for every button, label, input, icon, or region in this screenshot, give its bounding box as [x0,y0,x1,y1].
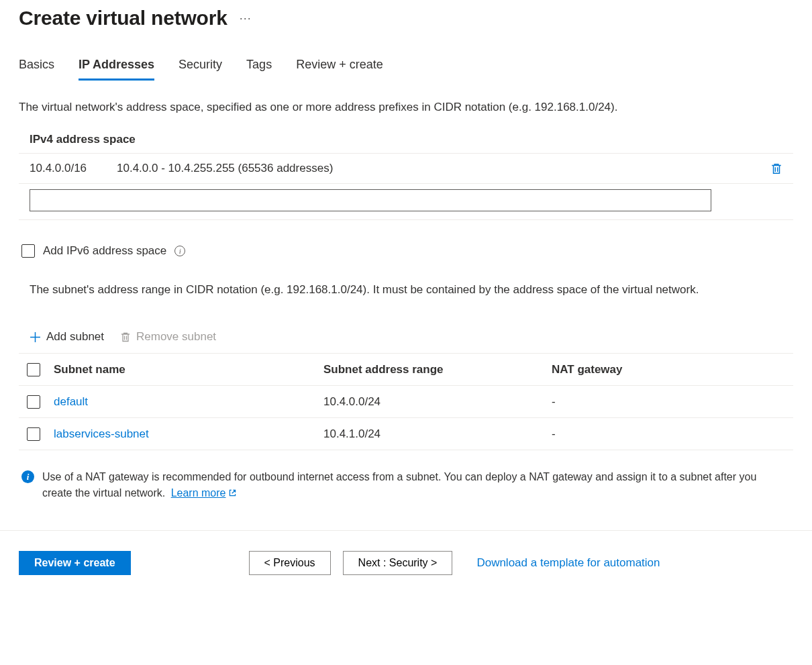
subnet-name-link[interactable]: default [54,395,88,408]
review-create-button[interactable]: Review + create [19,551,131,575]
subnet-range-cell: 10.4.0.0/24 [323,395,552,409]
tab-ip-addresses[interactable]: IP Addresses [79,54,154,81]
add-ipv6-checkbox[interactable] [21,244,35,258]
address-space-table: 10.4.0.0/16 10.4.0.0 - 10.4.255.255 (655… [19,153,793,220]
select-all-checkbox[interactable] [27,363,40,376]
row-checkbox[interactable] [27,395,40,409]
address-space-description: The virtual network's address space, spe… [19,99,793,115]
delete-icon[interactable] [770,162,782,175]
column-nat-gateway: NAT gateway [552,363,793,376]
subnet-table-header: Subnet name Subnet address range NAT gat… [19,354,793,386]
subnet-nat-cell: - [552,427,793,441]
tab-basics[interactable]: Basics [19,54,54,81]
next-button[interactable]: Next : Security > [343,551,453,575]
info-icon[interactable]: i [174,246,185,256]
previous-button[interactable]: < Previous [249,551,331,575]
nat-info-text: Use of a NAT gateway is recommended for … [42,471,756,498]
remove-subnet-label: Remove subnet [136,330,216,344]
column-subnet-range: Subnet address range [323,363,552,376]
address-range: 10.4.0.0 - 10.4.255.255 (65536 addresses… [117,162,770,175]
more-menu-icon[interactable]: ··· [240,11,252,25]
row-checkbox[interactable] [27,427,40,441]
learn-more-link[interactable]: Learn more [171,485,238,501]
footer-bar: Review + create < Previous Next : Securi… [0,531,812,598]
subnet-table: Subnet name Subnet address range NAT gat… [19,353,793,450]
tab-review-create[interactable]: Review + create [296,54,383,81]
page-title: Create virtual network [19,7,227,30]
ipv4-address-space-label: IPv4 address space [19,133,793,153]
trash-icon [120,331,131,343]
table-row: labservices-subnet 10.4.1.0/24 - [19,418,793,450]
add-subnet-label: Add subnet [46,330,104,344]
subnet-description: The subnet's address range in CIDR notat… [30,282,761,299]
tab-security[interactable]: Security [179,54,222,81]
subnet-name-link[interactable]: labservices-subnet [54,427,149,440]
tab-bar: Basics IP Addresses Security Tags Review… [19,54,793,81]
info-icon: i [21,470,34,483]
address-space-row: 10.4.0.0/16 10.4.0.0 - 10.4.255.255 (655… [19,154,793,184]
remove-subnet-button: Remove subnet [120,330,216,344]
add-ipv6-label: Add IPv6 address space [43,244,166,258]
plus-icon [30,331,41,343]
address-space-input[interactable] [30,189,711,211]
subnet-nat-cell: - [552,395,793,409]
subnet-range-cell: 10.4.1.0/24 [323,427,552,441]
address-cidr: 10.4.0.0/16 [30,162,117,175]
add-subnet-button[interactable]: Add subnet [30,330,104,344]
table-row: default 10.4.0.0/24 - [19,386,793,418]
nat-info-banner: i Use of a NAT gateway is recommended fo… [19,469,764,500]
column-subnet-name: Subnet name [54,363,323,376]
download-template-link[interactable]: Download a template for automation [476,556,660,570]
tab-tags[interactable]: Tags [246,54,272,81]
external-link-icon [228,489,237,497]
